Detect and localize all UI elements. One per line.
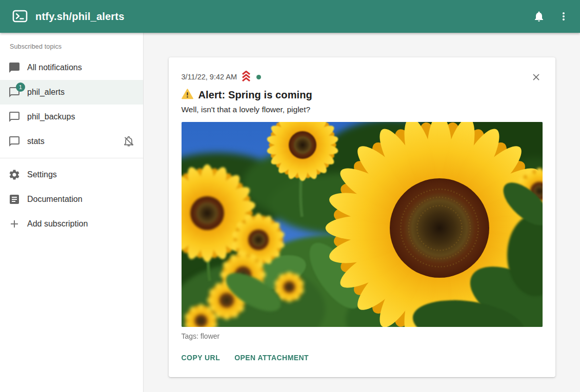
notification-card: 3/11/22, 9:42 AM [169, 57, 555, 377]
app-title: ntfy.sh/phil_alerts [35, 11, 527, 23]
chat-bubble-filled-icon [8, 61, 21, 74]
timestamp: 3/11/22, 9:42 AM [182, 73, 237, 81]
notification-actions: COPY URL OPEN ATTACHMENT [182, 352, 543, 365]
sidebar-item-stats[interactable]: stats [0, 129, 143, 154]
notifications-muted-bell-off-icon [123, 135, 135, 148]
overflow-menu-button[interactable] [551, 4, 576, 29]
sidebar-item-label: Add subscription [27, 219, 88, 229]
chat-bubble-outline-icon [8, 111, 21, 123]
document-icon [8, 193, 21, 205]
sidebar-item-phil-alerts[interactable]: 1 phil_alerts [0, 80, 143, 105]
notification-meta: 3/11/22, 9:42 AM [182, 71, 529, 84]
subscribed-topics-label: Subscribed topics [0, 33, 143, 55]
sidebar-item-label: All notifications [27, 63, 82, 72]
notification-body: Well, isn't that a lovely flower, piglet… [182, 105, 543, 114]
tags-label: Tags: flower [182, 332, 543, 340]
sidebar-item-phil-backups[interactable]: phil_backups [0, 105, 143, 129]
notification-title: Alert: Spring is coming [198, 89, 312, 101]
sidebar-divider [0, 158, 143, 158]
plus-icon [8, 218, 21, 230]
sidebar-item-all-notifications[interactable]: All notifications [0, 55, 143, 80]
bell-icon [533, 10, 545, 23]
open-attachment-button[interactable]: OPEN ATTACHMENT [234, 352, 309, 364]
sidebar-item-add-subscription[interactable]: Add subscription [0, 212, 143, 236]
gear-icon [8, 169, 21, 181]
copy-url-button[interactable]: COPY URL [182, 352, 221, 364]
sidebar-item-label: phil_backups [27, 112, 75, 121]
notification-meta-row: 3/11/22, 9:42 AM [182, 70, 543, 84]
warning-triangle-icon [182, 89, 193, 101]
notifications-bell-button[interactable] [527, 4, 551, 29]
more-vert-icon [557, 10, 570, 23]
app-bar: ntfy.sh/phil_alerts [0, 0, 580, 33]
notification-title-row: Alert: Spring is coming [182, 89, 543, 101]
sidebar-item-label: Documentation [27, 195, 83, 204]
attachment-image-sunflowers[interactable] [182, 122, 543, 327]
sidebar: Subscribed topics All notifications 1 ph… [0, 33, 144, 392]
priority-max-icon [241, 71, 252, 84]
close-notification-button[interactable] [529, 70, 544, 84]
sidebar-item-label: stats [27, 137, 45, 146]
chat-bubble-outline-icon: 1 [8, 86, 21, 98]
close-icon [531, 72, 542, 82]
main-content: 3/11/22, 9:42 AM [144, 33, 580, 392]
ntfy-app-window: ntfy.sh/phil_alerts Subscribed topics Al… [0, 0, 580, 392]
sidebar-item-label: Settings [27, 170, 57, 179]
unread-count-badge: 1 [16, 82, 25, 92]
sidebar-item-label: phil_alerts [27, 88, 65, 97]
status-dot-icon [256, 75, 261, 79]
sidebar-item-settings[interactable]: Settings [0, 162, 143, 187]
chat-bubble-outline-icon [8, 135, 21, 148]
sidebar-item-documentation[interactable]: Documentation [0, 187, 143, 212]
ntfy-logo-icon [12, 10, 28, 23]
